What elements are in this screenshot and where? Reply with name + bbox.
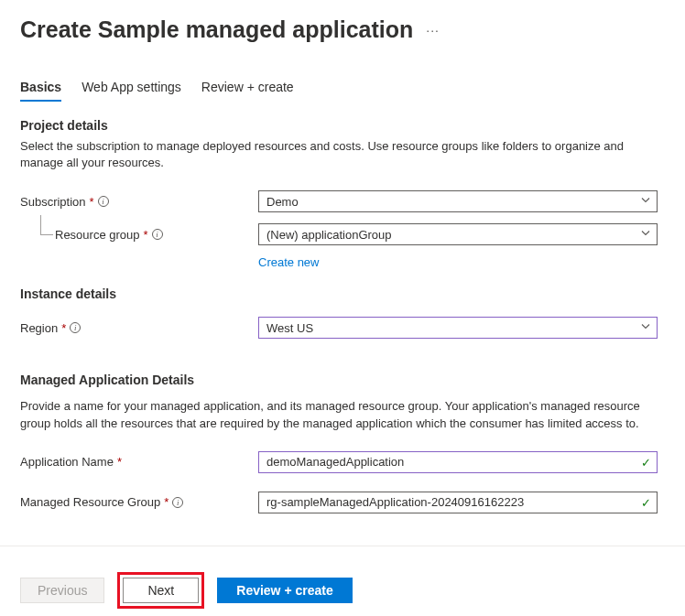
chevron-down-icon bbox=[640, 195, 651, 209]
page-title: Create Sample managed application bbox=[20, 16, 413, 43]
input-mrg[interactable] bbox=[266, 492, 633, 513]
select-resource-group[interactable]: (New) applicationGroup bbox=[258, 223, 658, 245]
input-app-name-wrapper: ✓ bbox=[258, 451, 658, 473]
label-resource-group-text: Resource group bbox=[55, 228, 140, 242]
section-instance-title: Instance details bbox=[20, 286, 665, 301]
review-create-button[interactable]: Review + create bbox=[217, 578, 352, 603]
input-app-name[interactable] bbox=[266, 452, 633, 472]
create-new-link-row: Create new bbox=[20, 254, 665, 270]
tab-web-app-settings[interactable]: Web App settings bbox=[82, 80, 181, 102]
section-project-desc: Select the subscription to manage deploy… bbox=[20, 138, 661, 171]
info-icon[interactable]: i bbox=[70, 322, 81, 333]
content-area: Project details Select the subscription … bbox=[0, 102, 685, 516]
required-mark: * bbox=[144, 228, 148, 242]
select-resource-group-value: (New) applicationGroup bbox=[266, 228, 392, 242]
next-button[interactable]: Next bbox=[123, 578, 199, 603]
row-app-name: Application Name * ✓ bbox=[20, 448, 665, 476]
section-managed-desc: Provide a name for your managed applicat… bbox=[20, 398, 661, 431]
info-icon[interactable]: i bbox=[98, 196, 109, 207]
more-actions-icon[interactable]: ··· bbox=[426, 23, 440, 38]
label-app-name: Application Name * bbox=[20, 455, 258, 469]
label-mrg: Managed Resource Group * i bbox=[20, 495, 258, 509]
tab-basics[interactable]: Basics bbox=[20, 80, 61, 102]
section-project-title: Project details bbox=[20, 118, 665, 133]
label-subscription-text: Subscription bbox=[20, 195, 86, 209]
wizard-footer: Previous Next Review + create bbox=[0, 546, 685, 609]
tree-connector bbox=[40, 215, 53, 235]
select-region-value: West US bbox=[266, 321, 313, 335]
checkmark-icon: ✓ bbox=[641, 495, 651, 509]
previous-button: Previous bbox=[20, 578, 104, 603]
section-managed-title: Managed Application Details bbox=[20, 373, 665, 387]
row-resource-group: Resource group * i (New) applicationGrou… bbox=[20, 221, 665, 248]
highlight-next: Next bbox=[117, 572, 204, 609]
tab-review-create[interactable]: Review + create bbox=[201, 80, 294, 102]
required-mark: * bbox=[164, 495, 169, 509]
chevron-down-icon bbox=[640, 228, 651, 242]
row-region: Region * i West US bbox=[20, 314, 665, 341]
info-icon[interactable]: i bbox=[152, 229, 163, 240]
label-subscription: Subscription * i bbox=[20, 195, 258, 209]
required-mark: * bbox=[61, 321, 66, 335]
checkmark-icon: ✓ bbox=[641, 455, 651, 469]
chevron-down-icon bbox=[640, 321, 651, 335]
input-mrg-wrapper: ✓ bbox=[258, 492, 658, 513]
select-region[interactable]: West US bbox=[258, 317, 658, 339]
select-subscription-value: Demo bbox=[266, 195, 299, 209]
label-region: Region * i bbox=[20, 321, 258, 335]
wizard-tabs: Basics Web App settings Review + create bbox=[0, 43, 685, 102]
create-new-link[interactable]: Create new bbox=[258, 255, 319, 269]
row-subscription: Subscription * i Demo bbox=[20, 188, 665, 215]
info-icon[interactable]: i bbox=[172, 497, 183, 508]
label-region-text: Region bbox=[20, 321, 58, 335]
label-mrg-text: Managed Resource Group bbox=[20, 495, 160, 509]
label-resource-group: Resource group * i bbox=[55, 228, 258, 242]
required-mark: * bbox=[117, 455, 122, 469]
row-mrg: Managed Resource Group * i ✓ bbox=[20, 489, 665, 516]
label-app-name-text: Application Name bbox=[20, 455, 114, 469]
select-subscription[interactable]: Demo bbox=[258, 190, 658, 212]
page-header: Create Sample managed application ··· bbox=[0, 0, 685, 43]
required-mark: * bbox=[90, 195, 94, 209]
